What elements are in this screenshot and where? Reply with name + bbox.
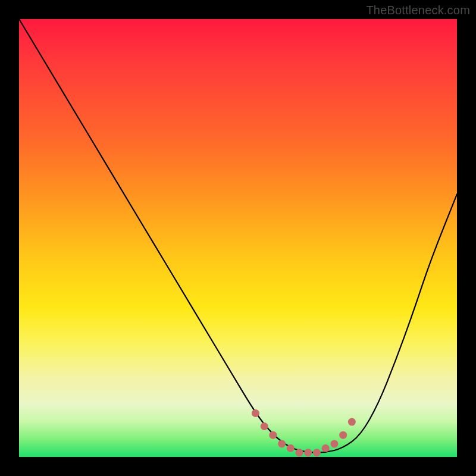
trough-dot xyxy=(261,422,268,430)
trough-dot xyxy=(330,440,338,447)
trough-dot xyxy=(287,444,295,452)
trough-dot xyxy=(252,409,259,417)
plot-area xyxy=(19,19,457,457)
trough-dots xyxy=(252,409,356,456)
trough-dot xyxy=(339,431,347,439)
trough-dot xyxy=(269,431,277,439)
trough-dot xyxy=(313,449,321,456)
trough-dot xyxy=(296,449,303,456)
trough-dot xyxy=(348,418,356,426)
bottleneck-curve xyxy=(19,19,457,453)
trough-dot xyxy=(278,440,286,447)
watermark-text: TheBottleneck.com xyxy=(366,4,470,17)
trough-dot xyxy=(304,449,312,456)
curve-layer xyxy=(19,19,457,457)
trough-dot xyxy=(322,444,330,452)
chart-frame: TheBottleneck.com xyxy=(0,0,476,476)
